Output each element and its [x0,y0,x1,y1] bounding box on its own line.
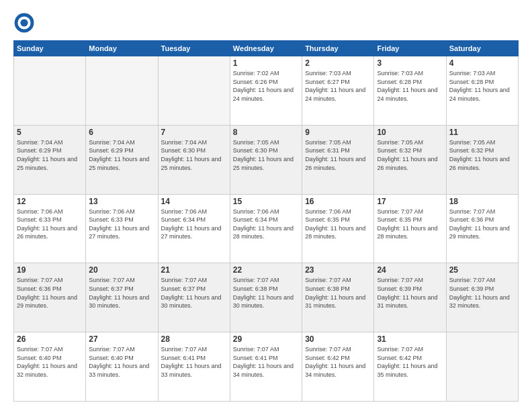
calendar-week-row: 12Sunrise: 7:06 AMSunset: 6:33 PMDayligh… [14,194,519,263]
day-info: Sunrise: 7:04 AMSunset: 6:29 PMDaylight:… [17,138,83,172]
day-info: Sunrise: 7:07 AMSunset: 6:39 PMDaylight:… [449,276,515,310]
calendar-day-cell: 11Sunrise: 7:05 AMSunset: 6:32 PMDayligh… [446,125,518,194]
day-info: Sunrise: 7:04 AMSunset: 6:30 PMDaylight:… [161,138,227,172]
day-info: Sunrise: 7:07 AMSunset: 6:42 PMDaylight:… [305,345,371,379]
calendar-day-cell: 8Sunrise: 7:05 AMSunset: 6:30 PMDaylight… [230,125,302,194]
calendar-day-cell: 13Sunrise: 7:06 AMSunset: 6:33 PMDayligh… [86,194,158,263]
day-number: 21 [161,265,227,275]
day-info: Sunrise: 7:06 AMSunset: 6:33 PMDaylight:… [17,208,83,241]
day-number: 16 [305,197,371,206]
day-number: 29 [233,334,299,344]
day-number: 22 [233,265,299,275]
day-number: 26 [17,334,83,344]
day-number: 18 [449,197,515,206]
day-number: 10 [377,128,443,137]
calendar-day-cell: 20Sunrise: 7:07 AMSunset: 6:37 PMDayligh… [86,263,158,332]
calendar-day-cell: 24Sunrise: 7:07 AMSunset: 6:39 PMDayligh… [374,263,446,332]
calendar-header-cell: Wednesday [230,41,302,56]
day-info: Sunrise: 7:04 AMSunset: 6:29 PMDaylight:… [89,138,154,172]
day-info: Sunrise: 7:03 AMSunset: 6:28 PMDaylight:… [449,69,515,103]
calendar-header-cell: Sunday [14,41,86,56]
calendar-day-cell: 3Sunrise: 7:03 AMSunset: 6:28 PMDaylight… [374,56,446,126]
day-info: Sunrise: 7:07 AMSunset: 6:40 PMDaylight:… [17,345,83,379]
calendar-day-cell: 27Sunrise: 7:07 AMSunset: 6:40 PMDayligh… [86,332,158,402]
calendar-header-cell: Friday [374,41,446,56]
calendar-day-cell: 25Sunrise: 7:07 AMSunset: 6:39 PMDayligh… [446,263,518,332]
calendar-table: SundayMondayTuesdayWednesdayThursdayFrid… [13,40,519,402]
calendar-day-cell: 14Sunrise: 7:06 AMSunset: 6:34 PMDayligh… [158,194,230,263]
day-info: Sunrise: 7:03 AMSunset: 6:28 PMDaylight:… [377,69,443,103]
calendar-day-cell: 5Sunrise: 7:04 AMSunset: 6:29 PMDaylight… [14,125,86,194]
day-info: Sunrise: 7:07 AMSunset: 6:42 PMDaylight:… [377,345,443,379]
day-info: Sunrise: 7:06 AMSunset: 6:35 PMDaylight:… [305,208,371,241]
day-info: Sunrise: 7:07 AMSunset: 6:35 PMDaylight:… [377,208,443,241]
day-number: 11 [449,128,515,137]
svg-point-2 [20,19,28,26]
day-number: 5 [17,128,83,137]
day-number: 4 [449,58,515,68]
day-info: Sunrise: 7:05 AMSunset: 6:31 PMDaylight:… [305,138,371,172]
calendar-header-cell: Thursday [302,41,374,56]
logo [13,12,39,34]
calendar-header-cell: Monday [86,41,158,56]
calendar-day-cell: 15Sunrise: 7:06 AMSunset: 6:34 PMDayligh… [230,194,302,263]
calendar-header-cell: Tuesday [158,41,230,56]
day-number: 8 [233,128,299,137]
calendar-day-cell: 12Sunrise: 7:06 AMSunset: 6:33 PMDayligh… [14,194,86,263]
calendar-day-cell: 16Sunrise: 7:06 AMSunset: 6:35 PMDayligh… [302,194,374,263]
calendar-day-cell: 2Sunrise: 7:03 AMSunset: 6:27 PMDaylight… [302,56,374,126]
header [13,12,519,34]
calendar-day-cell [86,56,158,126]
calendar-day-cell: 23Sunrise: 7:07 AMSunset: 6:38 PMDayligh… [302,263,374,332]
day-info: Sunrise: 7:06 AMSunset: 6:34 PMDaylight:… [161,208,227,241]
calendar-week-row: 26Sunrise: 7:07 AMSunset: 6:40 PMDayligh… [14,332,519,402]
day-number: 2 [305,58,371,68]
day-number: 7 [161,128,227,137]
calendar-day-cell: 18Sunrise: 7:07 AMSunset: 6:36 PMDayligh… [446,194,518,263]
calendar-day-cell: 6Sunrise: 7:04 AMSunset: 6:29 PMDaylight… [86,125,158,194]
day-info: Sunrise: 7:05 AMSunset: 6:30 PMDaylight:… [233,138,299,172]
calendar-day-cell [14,56,86,126]
calendar-day-cell: 10Sunrise: 7:05 AMSunset: 6:32 PMDayligh… [374,125,446,194]
day-info: Sunrise: 7:05 AMSunset: 6:32 PMDaylight:… [449,138,515,172]
calendar-day-cell: 9Sunrise: 7:05 AMSunset: 6:31 PMDaylight… [302,125,374,194]
calendar-day-cell [446,332,518,402]
day-info: Sunrise: 7:03 AMSunset: 6:27 PMDaylight:… [305,69,371,103]
day-number: 17 [377,197,443,206]
calendar-day-cell: 26Sunrise: 7:07 AMSunset: 6:40 PMDayligh… [14,332,86,402]
day-info: Sunrise: 7:07 AMSunset: 6:39 PMDaylight:… [377,276,443,310]
day-number: 25 [449,265,515,275]
day-number: 19 [17,265,83,275]
calendar-day-cell: 17Sunrise: 7:07 AMSunset: 6:35 PMDayligh… [374,194,446,263]
day-number: 28 [161,334,227,344]
calendar-day-cell: 31Sunrise: 7:07 AMSunset: 6:42 PMDayligh… [374,332,446,402]
calendar-day-cell: 30Sunrise: 7:07 AMSunset: 6:42 PMDayligh… [302,332,374,402]
day-info: Sunrise: 7:07 AMSunset: 6:38 PMDaylight:… [305,276,371,310]
calendar-day-cell: 29Sunrise: 7:07 AMSunset: 6:41 PMDayligh… [230,332,302,402]
day-number: 23 [305,265,371,275]
calendar-week-row: 5Sunrise: 7:04 AMSunset: 6:29 PMDaylight… [14,125,519,194]
day-number: 13 [89,197,154,206]
day-info: Sunrise: 7:07 AMSunset: 6:38 PMDaylight:… [233,276,299,310]
calendar-day-cell: 19Sunrise: 7:07 AMSunset: 6:36 PMDayligh… [14,263,86,332]
day-info: Sunrise: 7:07 AMSunset: 6:41 PMDaylight:… [161,345,227,379]
day-info: Sunrise: 7:07 AMSunset: 6:37 PMDaylight:… [89,276,154,310]
day-number: 24 [377,265,443,275]
day-number: 20 [89,265,154,275]
day-number: 14 [161,197,227,206]
page: SundayMondayTuesdayWednesdayThursdayFrid… [0,0,532,411]
calendar-day-cell: 1Sunrise: 7:02 AMSunset: 6:26 PMDaylight… [230,56,302,126]
logo-icon [13,12,35,34]
day-info: Sunrise: 7:07 AMSunset: 6:36 PMDaylight:… [449,208,515,241]
day-number: 31 [377,334,443,344]
day-number: 27 [89,334,154,344]
calendar-day-cell: 28Sunrise: 7:07 AMSunset: 6:41 PMDayligh… [158,332,230,402]
day-number: 15 [233,197,299,206]
day-number: 30 [305,334,371,344]
day-number: 3 [377,58,443,68]
day-info: Sunrise: 7:05 AMSunset: 6:32 PMDaylight:… [377,138,443,172]
day-info: Sunrise: 7:02 AMSunset: 6:26 PMDaylight:… [233,69,299,103]
calendar-day-cell: 21Sunrise: 7:07 AMSunset: 6:37 PMDayligh… [158,263,230,332]
calendar-day-cell: 4Sunrise: 7:03 AMSunset: 6:28 PMDaylight… [446,56,518,126]
day-info: Sunrise: 7:07 AMSunset: 6:40 PMDaylight:… [89,345,154,379]
